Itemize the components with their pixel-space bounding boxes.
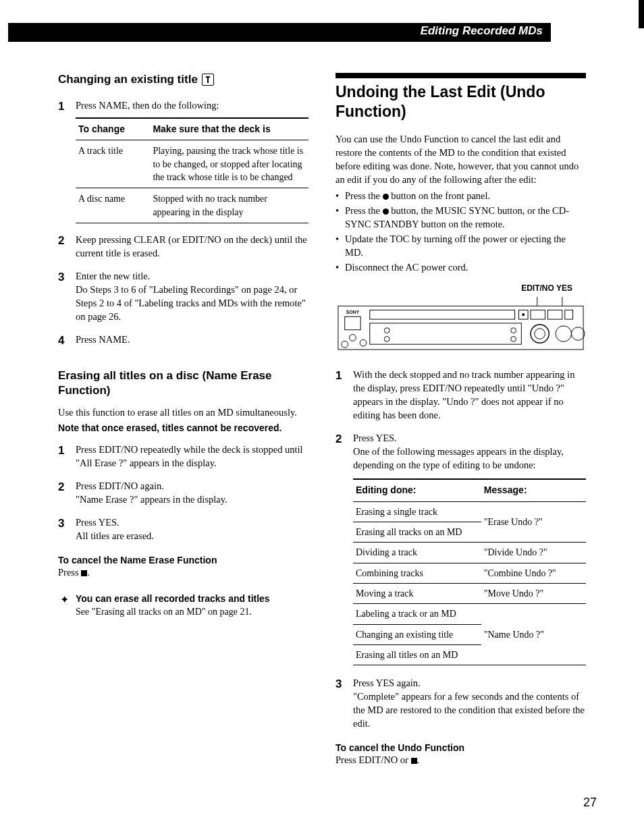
svg-point-12 xyxy=(511,327,516,333)
step-text: "Complete" appears for a few seconds and… xyxy=(353,690,586,730)
svg-point-18 xyxy=(535,328,545,339)
undo-intro: You can use the Undo Function to cancel … xyxy=(336,132,586,186)
step-text: Press YES. xyxy=(76,516,308,529)
cell: "Combine Undo ?" xyxy=(481,563,586,583)
svg-rect-8 xyxy=(565,310,573,319)
svg-rect-9 xyxy=(370,323,522,343)
svg-point-10 xyxy=(384,327,390,333)
step-number: 2 xyxy=(58,233,68,260)
text: button on the front panel. xyxy=(389,190,491,201)
cancel-undo-heading: To cancel the Undo Function xyxy=(336,742,586,753)
step-text: Enter the new title. xyxy=(76,269,308,283)
step-text: Press NAME. xyxy=(76,333,308,348)
text: Press xyxy=(58,567,81,578)
deck-svg: SONY xyxy=(336,294,586,354)
cell: Erasing a single track xyxy=(353,501,481,522)
right-column: Undoing the Last Edit (Undo Function) Yo… xyxy=(336,73,586,769)
th-editing: Editing done: xyxy=(353,479,481,501)
tip-body: See "Erasing all tracks on an MD" on pag… xyxy=(76,605,270,619)
cell: Changing an existing title xyxy=(353,624,481,644)
remote-icon xyxy=(202,74,214,86)
erase-heading: Erasing all titles on a disc (Name Erase… xyxy=(58,368,308,398)
svg-rect-2 xyxy=(345,316,360,330)
step-text: Press YES again. xyxy=(353,676,586,690)
record-icon xyxy=(383,209,389,215)
step-text: Press EDIT/NO again. xyxy=(76,479,308,493)
heading-text: Changing an existing title xyxy=(58,73,198,86)
cell: "Move Undo ?" xyxy=(481,583,586,603)
message-table: Editing done: Message: Erasing a single … xyxy=(353,478,586,665)
step-number: 2 xyxy=(336,431,345,665)
page-number: 27 xyxy=(583,796,597,810)
svg-point-20 xyxy=(572,327,585,340)
step-number: 3 xyxy=(336,676,345,730)
cell-disc-desc: Stopped with no track number appearing i… xyxy=(150,188,308,223)
svg-point-19 xyxy=(556,325,571,341)
cell: "Erase Undo ?" xyxy=(481,501,586,543)
bullet: Update the TOC by turning off the power … xyxy=(336,232,586,259)
cell: "Divide Undo ?" xyxy=(481,543,586,563)
step-number: 2 xyxy=(58,479,68,506)
cell-track-desc: Playing, pausing the track whose title i… xyxy=(150,140,308,188)
text: Press the xyxy=(345,205,383,216)
svg-point-17 xyxy=(531,324,549,342)
svg-point-5 xyxy=(522,313,525,316)
bullet: Disconnect the AC power cord. xyxy=(336,260,586,274)
change-table: To change Make sure that the deck is A t… xyxy=(76,117,308,223)
step-number: 1 xyxy=(58,99,68,223)
bullet: Press the button, the MUSIC SYNC button,… xyxy=(336,204,586,231)
tip-icon: ✦ xyxy=(58,592,70,619)
step-text: One of the following messages appears in… xyxy=(353,445,586,472)
step-text: Keep pressing CLEAR (or EDIT/NO on the d… xyxy=(76,233,308,260)
tip-block: ✦ You can erase all recorded tracks and … xyxy=(58,592,308,619)
changing-steps: 1 Press NAME, then do the following: To … xyxy=(58,99,308,348)
stop-icon xyxy=(81,570,87,576)
step-text: "Name Erase ?" appears in the display. xyxy=(76,493,308,506)
th-message: Message: xyxy=(481,479,586,501)
step-number: 4 xyxy=(58,333,68,348)
page-content: Changing an existing title 1 Press NAME,… xyxy=(58,73,586,769)
stop-icon xyxy=(411,758,417,764)
deck-figure: EDIT/NO YES SONY xyxy=(336,283,586,356)
step-text: With the deck stopped and no track numbe… xyxy=(353,368,586,422)
erase-intro: Use this function to erase all titles on… xyxy=(58,406,308,419)
step-text: Press EDIT/NO repeatedly while the deck … xyxy=(76,443,308,470)
svg-text:SONY: SONY xyxy=(346,310,360,314)
tip-title: You can erase all recorded tracks and ti… xyxy=(76,592,270,606)
svg-point-11 xyxy=(384,336,390,341)
svg-point-15 xyxy=(360,339,367,346)
page-edge-mark xyxy=(639,0,644,28)
cell: Erasing all titles on an MD xyxy=(353,644,481,665)
th-makesure: Make sure that the deck is xyxy=(150,118,308,140)
cell: Erasing all tracks on an MD xyxy=(353,522,481,542)
step-text: Press NAME, then do the following: xyxy=(76,99,308,112)
record-icon xyxy=(383,194,389,200)
step-number: 3 xyxy=(58,516,68,543)
left-column: Changing an existing title 1 Press NAME,… xyxy=(58,73,308,769)
erase-note: Note that once erased, titles cannot be … xyxy=(58,422,308,435)
cancel-erase-heading: To cancel the Name Erase Function xyxy=(58,555,308,565)
svg-point-16 xyxy=(342,341,348,348)
cell: "Name Undo ?" xyxy=(481,604,586,665)
figure-labels: EDIT/NO YES xyxy=(336,283,586,293)
cell: Moving a track xyxy=(353,583,481,603)
step-text: Do Steps 3 to 6 of "Labeling Recordings"… xyxy=(76,283,308,323)
cell-track-title: A track title xyxy=(76,140,150,188)
step-text: All titles are erased. xyxy=(76,529,308,543)
svg-point-13 xyxy=(511,336,516,341)
bullet: Press the button on the front panel. xyxy=(336,189,586,202)
cell: Labeling a track or an MD xyxy=(353,604,481,624)
svg-rect-3 xyxy=(370,310,515,319)
section-rule xyxy=(336,73,586,78)
step-number: 1 xyxy=(336,368,345,422)
step-text: Press YES. xyxy=(353,431,586,445)
step-number: 1 xyxy=(58,443,68,470)
erase-steps: 1 Press EDIT/NO repeatedly while the dec… xyxy=(58,443,308,543)
undo-heading: Undoing the Last Edit (Undo Function) xyxy=(336,82,586,121)
svg-rect-6 xyxy=(531,310,545,319)
cancel-undo-body: Press EDIT/NO or . xyxy=(336,753,586,767)
th-tochange: To change xyxy=(76,118,150,140)
svg-point-14 xyxy=(350,334,356,341)
cell-disc-name: A disc name xyxy=(76,188,150,223)
text: Press EDIT/NO or xyxy=(336,754,411,765)
